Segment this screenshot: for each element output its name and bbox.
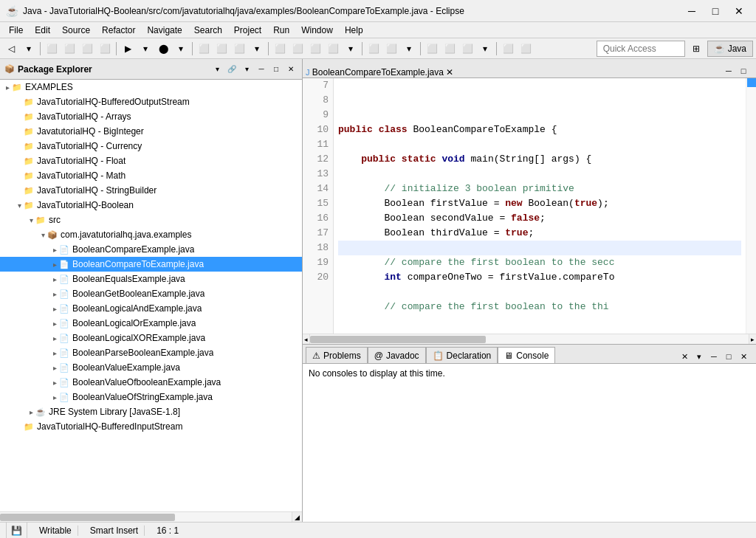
editor-hscrollbar[interactable]: ◂ ▸ — [303, 334, 756, 344]
toolbar-btn-21[interactable]: ⬜ — [383, 41, 399, 57]
tree-item-14[interactable]: ▸📄BooleanGetBooleanExample.java — [0, 286, 302, 301]
tree-item-6[interactable]: 📁JavaTutorialHQ - Math — [0, 168, 302, 183]
editor-max-btn[interactable]: □ — [737, 64, 750, 77]
toolbar-btn-6[interactable]: ⬜ — [97, 41, 113, 57]
tree-arrow-11[interactable]: ▸ — [50, 246, 59, 254]
minimize-button[interactable]: ─ — [681, 4, 703, 18]
pe-collapse-btn[interactable]: ▾ — [210, 63, 224, 76]
hscroll-track[interactable] — [310, 334, 749, 344]
tree-item-1[interactable]: 📁JavaTutorialHQ-BufferedOutputStream — [0, 94, 302, 109]
tree-arrow-17[interactable]: ▸ — [50, 334, 59, 342]
toolbar-btn-27[interactable]: ⬜ — [500, 41, 516, 57]
toolbar-btn-22[interactable]: ▾ — [401, 41, 417, 57]
menu-item-file[interactable]: File — [3, 24, 29, 37]
toolbar-btn-23[interactable]: ⬜ — [424, 41, 440, 57]
bottom-tab-console[interactable]: 🖥 Console — [498, 347, 555, 363]
toolbar-btn-9[interactable]: ⬤ — [155, 41, 171, 57]
java-perspective-btn[interactable]: ☕ Java — [707, 41, 753, 57]
bottom-tab-problems[interactable]: ⚠ Problems — [306, 347, 368, 363]
tree-item-8[interactable]: ▾📁JavaTutorialHQ-Boolean — [0, 198, 302, 213]
toolbar-btn-3[interactable]: ⬜ — [44, 41, 60, 57]
bottom-clear-btn[interactable]: ✕ — [678, 350, 691, 363]
tree-arrow-0[interactable]: ▸ — [3, 83, 12, 92]
toolbar-btn-28[interactable]: ⬜ — [518, 41, 534, 57]
toolbar-btn-18[interactable]: ⬜ — [325, 41, 341, 57]
toolbar-btn-4[interactable]: ⬜ — [61, 41, 78, 57]
tree-item-9[interactable]: ▾📁src — [0, 213, 302, 227]
pe-hscrollbar[interactable] — [0, 512, 292, 522]
code-area[interactable]: public class BooleanCompareToExample { p… — [334, 78, 746, 334]
toolbar-btn-14[interactable]: ▾ — [249, 41, 265, 57]
tree-item-12[interactable]: ▸📄BooleanCompareToExample.java — [0, 257, 302, 272]
editor-tab-active[interactable]: J BooleanCompareToExample.java ✕ — [306, 67, 453, 77]
menu-item-project[interactable]: Project — [228, 24, 267, 37]
tree-item-5[interactable]: 📁JavaTutorialHQ - Float — [0, 154, 302, 168]
bottom-tab-declaration[interactable]: 📋 Declaration — [426, 347, 498, 363]
tree-arrow-18[interactable]: ▸ — [50, 349, 59, 357]
menu-item-help[interactable]: Help — [339, 24, 369, 37]
editor-content[interactable]: 7891011121314151617181920 public class B… — [303, 78, 756, 334]
toolbar-btn-20[interactable]: ⬜ — [365, 41, 382, 57]
toolbar-btn-19[interactable]: ▾ — [343, 41, 359, 57]
tree-item-16[interactable]: ▸📄BooleanLogicalOrExample.java — [0, 316, 302, 331]
tree-arrow-15[interactable]: ▸ — [50, 305, 59, 313]
tree-arrow-9[interactable]: ▾ — [27, 216, 35, 224]
tree-arrow-14[interactable]: ▸ — [50, 290, 59, 298]
toolbar-btn-25[interactable]: ⬜ — [459, 41, 475, 57]
menu-item-navigate[interactable]: Navigate — [141, 24, 188, 37]
bottom-min-btn[interactable]: ─ — [707, 350, 721, 363]
toolbar-btn-13[interactable]: ⬜ — [231, 41, 247, 57]
toolbar-btn-5[interactable]: ⬜ — [79, 41, 95, 57]
tree-item-0[interactable]: ▸📁EXAMPLES — [0, 80, 302, 94]
tree-item-2[interactable]: 📁JavaTutorialHQ - Arrays — [0, 109, 302, 124]
tree-item-10[interactable]: ▾📦com.javatutorialhq.java.examples — [0, 227, 302, 242]
editor-min-btn[interactable]: ─ — [722, 64, 735, 77]
tree-item-19[interactable]: ▸📄BooleanValueExample.java — [0, 360, 302, 375]
toolbar-btn-11[interactable]: ⬜ — [196, 41, 212, 57]
tree-item-11[interactable]: ▸📄BooleanCompareExample.java — [0, 242, 302, 257]
tree-item-22[interactable]: ▸☕JRE System Library [JavaSE-1.8] — [0, 404, 302, 419]
toolbar-btn-17[interactable]: ⬜ — [307, 41, 323, 57]
toolbar-btn-24[interactable]: ⬜ — [441, 41, 458, 57]
tree-item-17[interactable]: ▸📄BooleanLogicalXORExample.java — [0, 331, 302, 345]
pe-min-btn[interactable]: ─ — [255, 63, 268, 76]
toolbar-btn-2[interactable]: ▾ — [21, 41, 37, 57]
bottom-max-btn[interactable]: □ — [722, 350, 735, 363]
scroll-right-btn[interactable]: ▸ — [749, 334, 756, 344]
toolbar-btn-10[interactable]: ▾ — [173, 41, 189, 57]
bottom-tab-javadoc[interactable]: @ Javadoc — [368, 347, 426, 363]
tree-arrow-21[interactable]: ▸ — [50, 393, 59, 401]
menu-item-search[interactable]: Search — [188, 24, 228, 37]
perspective-toggle-btn[interactable]: ⊞ — [688, 41, 704, 57]
tree-item-13[interactable]: ▸📄BooleanEqualsExample.java — [0, 272, 302, 286]
close-button[interactable]: ✕ — [728, 4, 750, 18]
tree-arrow-22[interactable]: ▸ — [27, 408, 35, 416]
toolbar-btn-15[interactable]: ⬜ — [272, 41, 288, 57]
tree-arrow-16[interactable]: ▸ — [50, 320, 59, 328]
tree-arrow-10[interactable]: ▾ — [38, 231, 47, 239]
toolbar-btn-7[interactable]: ▶ — [120, 41, 136, 57]
scroll-left-btn[interactable]: ◂ — [303, 334, 310, 344]
toolbar-btn-8[interactable]: ▾ — [137, 41, 154, 57]
tree-arrow-12[interactable]: ▸ — [50, 261, 59, 269]
bottom-close-btn[interactable]: ✕ — [737, 350, 750, 363]
tree-arrow-8[interactable]: ▾ — [15, 201, 24, 210]
pe-link-btn[interactable]: 🔗 — [225, 63, 238, 76]
toolbar-btn-26[interactable]: ▾ — [477, 41, 493, 57]
toolbar-btn-16[interactable]: ⬜ — [289, 41, 306, 57]
tree-item-21[interactable]: ▸📄BooleanValueOfStringExample.java — [0, 390, 302, 404]
tree-item-20[interactable]: ▸📄BooleanValueOfbooleanExample.java — [0, 375, 302, 390]
menu-item-window[interactable]: Window — [295, 24, 339, 37]
tree-item-15[interactable]: ▸📄BooleanLogicalAndExample.java — [0, 301, 302, 316]
tree-arrow-13[interactable]: ▸ — [50, 275, 59, 283]
toolbar-btn-1[interactable]: ◁ — [3, 41, 19, 57]
menu-item-source[interactable]: Source — [56, 24, 96, 37]
pe-hscroll-thumb[interactable] — [0, 514, 175, 521]
tree-item-3[interactable]: 📁JavatutorialHQ - BigInteger — [0, 124, 302, 139]
tree-item-4[interactable]: 📁JavaTutorialHQ - Currency — [0, 139, 302, 154]
bottom-menu-btn[interactable]: ▾ — [693, 350, 706, 363]
menu-item-refactor[interactable]: Refactor — [96, 24, 141, 37]
tree-item-18[interactable]: ▸📄BooleanParseBooleanExample.java — [0, 345, 302, 360]
pe-max-btn[interactable]: □ — [269, 63, 283, 76]
pe-close-btn[interactable]: ✕ — [284, 63, 298, 76]
